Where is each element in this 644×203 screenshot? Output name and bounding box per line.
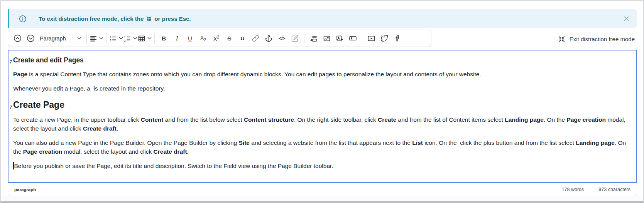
toolbar-separator <box>154 33 155 44</box>
block-quote-icon: “ <box>240 34 245 43</box>
exit-distraction-free-label: Exit distraction free mode <box>570 36 635 42</box>
chevron-down-icon <box>147 37 152 40</box>
toolbar-separator <box>86 33 87 44</box>
link-icon <box>252 35 259 42</box>
edit-source-icon <box>291 35 299 42</box>
insert-image-icon <box>323 35 331 42</box>
italic-icon: I <box>176 35 178 42</box>
chevron-down-icon <box>133 37 137 40</box>
insert-content-block-icon <box>310 35 318 42</box>
paragraph-before-publish[interactable]: Before you publish or save the Page, edi… <box>13 161 631 170</box>
distraction-free-editor-screen: To exit distraction free mode, click the… <box>0 0 644 203</box>
bulleted-list-icon <box>109 35 117 42</box>
exit-distraction-free-button[interactable]: Exit distraction free mode <box>558 33 635 45</box>
input-field-icon <box>349 34 357 42</box>
page-background-strip <box>1 196 643 201</box>
underline-button[interactable]: U <box>184 32 196 45</box>
text-segment: . <box>117 125 118 132</box>
exit-fullscreen-icon <box>558 35 565 43</box>
bold-text-segment: Page creation <box>566 116 606 123</box>
code-block-button[interactable]: </> <box>276 32 288 45</box>
editor-content[interactable]: Create and edit PagesPage is a special C… <box>8 50 637 183</box>
editor-toolbar: Paragraph 1 2 <box>8 30 431 47</box>
character-count: 973 characters <box>598 187 630 192</box>
bold-text-segment: Create draft <box>83 125 117 132</box>
code-block-icon: </> <box>279 36 285 41</box>
move-up-button[interactable] <box>11 32 24 45</box>
embed-twitter-button[interactable] <box>378 32 391 45</box>
edit-source-button[interactable] <box>289 32 301 45</box>
text-segment: is a special Content Type that contains … <box>27 71 481 77</box>
facebook-icon <box>394 35 401 42</box>
chevron-down-icon <box>77 37 81 40</box>
link-button[interactable] <box>249 32 262 45</box>
paragraph-whenever-edit[interactable]: Whenever you edit a Page, a is created i… <box>13 84 631 93</box>
bold-text-segment: Create Page <box>13 100 64 110</box>
close-banner-button[interactable] <box>621 13 632 24</box>
numbered-list-dropdown[interactable]: 1 2 <box>123 32 137 45</box>
bold-text-segment: Landing page <box>576 139 615 146</box>
upload-image-icon <box>336 35 344 42</box>
text-segment: Whenever you edit a Page, a is created i… <box>13 85 165 92</box>
bold-text-segment: Create and edit Pages <box>13 56 84 64</box>
text-segment: modal, select the layout and click <box>63 148 154 155</box>
bold-text-segment: Landing page <box>505 116 544 123</box>
heading-marker-icon <box>9 57 12 66</box>
text-segment: To create a new Page, in the upper toolb… <box>13 116 141 123</box>
info-icon <box>19 15 27 23</box>
bold-text-segment: Page creation <box>23 148 63 155</box>
banner-message: To exit distraction free mode, click the… <box>39 15 191 22</box>
bold-text-segment: List <box>412 139 423 146</box>
superscript-icon: X2 <box>213 35 219 42</box>
text-segment: and selecting a website from the list th… <box>250 139 412 146</box>
heading-create-page[interactable]: Create Page <box>13 99 631 111</box>
bulleted-list-dropdown[interactable] <box>109 32 123 45</box>
text-alignment-dropdown[interactable] <box>90 32 103 45</box>
upload-image-button[interactable] <box>333 32 346 45</box>
insert-content-block-button[interactable] <box>307 32 320 45</box>
paragraph-page-builder[interactable]: You can also add a new Page in the Page … <box>13 138 631 156</box>
bold-text-segment: Site <box>239 139 250 146</box>
insert-table-dropdown[interactable] <box>138 32 152 45</box>
strikethrough-button[interactable]: S <box>223 32 236 45</box>
underline-icon: U <box>188 35 192 42</box>
embed-youtube-button[interactable] <box>365 32 378 45</box>
align-left-icon <box>90 35 97 42</box>
paragraph-create-new-page[interactable]: To create a new Page, in the upper toolb… <box>13 115 631 133</box>
insert-image-button[interactable] <box>320 32 333 45</box>
svg-text:1: 1 <box>124 35 126 39</box>
superscript-button[interactable]: X2 <box>210 32 223 45</box>
bold-text-segment: Content <box>141 116 164 123</box>
numbered-list-icon: 1 2 <box>123 35 131 42</box>
heading-dropdown[interactable]: Paragraph <box>37 32 84 45</box>
paragraph-page-description[interactable]: Page is a special Content Type that cont… <box>13 70 631 79</box>
heading-create-and-edit-pages[interactable]: Create and edit Pages <box>13 55 631 65</box>
insert-table-icon <box>138 35 145 42</box>
twitter-icon <box>381 35 388 42</box>
exit-hint-banner: To exit distraction free mode, click the… <box>8 9 637 28</box>
italic-button[interactable]: I <box>171 32 183 45</box>
chevron-down-icon <box>119 37 123 40</box>
embed-facebook-button[interactable] <box>391 32 404 45</box>
banner-text-before: To exit distraction free mode, click the <box>39 15 144 22</box>
text-segment: You can also add a new Page in the Page … <box>13 139 239 146</box>
bold-text-segment: Create <box>378 116 396 123</box>
subscript-button[interactable]: X2 <box>197 32 210 45</box>
move-up-icon <box>14 34 22 42</box>
input-field-button[interactable] <box>347 32 359 45</box>
text-segment: . On the <box>544 116 566 123</box>
text-segment: . On the right-side toolbar, click <box>294 116 378 123</box>
youtube-icon <box>367 34 375 42</box>
exit-fullscreen-icon <box>146 16 152 22</box>
bold-text-segment: Page <box>13 71 27 77</box>
anchor-button[interactable] <box>262 32 275 45</box>
bold-button[interactable]: B <box>157 32 170 45</box>
heading-dropdown-label: Paragraph <box>40 35 66 42</box>
strikethrough-icon: S <box>227 35 231 42</box>
text-segment: . <box>187 148 189 155</box>
block-quote-button[interactable]: “ <box>236 32 249 45</box>
move-down-button[interactable] <box>24 32 37 45</box>
bold-text-segment: Create draft <box>154 148 187 155</box>
chevron-down-icon <box>99 37 103 40</box>
bold-text-segment: Content structure <box>244 116 294 123</box>
